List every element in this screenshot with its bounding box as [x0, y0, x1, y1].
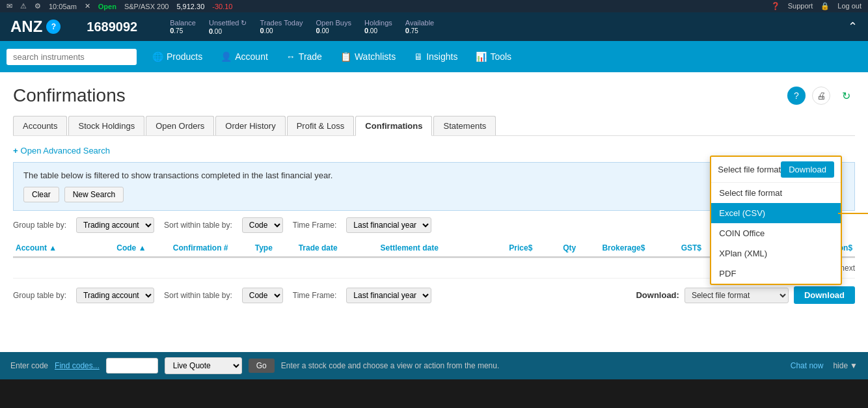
nav-tools[interactable]: 📊 Tools: [467, 41, 521, 72]
col-code[interactable]: Code ▲: [114, 243, 170, 252]
tab-statements[interactable]: Statements: [433, 116, 496, 135]
dropdown-item-xplan[interactable]: XPlan (XML): [711, 243, 841, 264]
lock-icon: 🔒: [821, 2, 830, 10]
support-link[interactable]: Support: [788, 2, 813, 10]
filter-area: The table below is filtered to show tran…: [13, 162, 855, 211]
advanced-search-row: + Open Advanced Search: [13, 146, 855, 156]
account-stats: Balance 0.75 Unsettled ↻ 0.00 Trades Tod…: [170, 19, 434, 35]
watchlist-icon: 📋: [340, 51, 351, 62]
sort-within-label-bottom: Sort within table by:: [164, 291, 232, 300]
group-select-top[interactable]: Trading account Code Date: [76, 217, 154, 233]
stat-unsettled: Unsettled ↻ 0.00: [209, 19, 247, 35]
person-icon: 👤: [221, 51, 232, 62]
group-select-bottom[interactable]: Trading account Code: [76, 288, 154, 303]
alert-icon[interactable]: ⚠: [20, 2, 27, 10]
logout-link[interactable]: Log out: [837, 2, 861, 10]
question-icon: ❓: [771, 2, 780, 10]
stat-available: Available 0.75: [405, 19, 434, 35]
index-change: -30.10: [212, 3, 232, 10]
globe-icon: 🌐: [152, 51, 163, 62]
col-brokerage[interactable]: Brokerage$: [578, 243, 647, 252]
col-gst[interactable]: GST$: [647, 243, 704, 252]
dropdown-download-button[interactable]: Download: [781, 161, 834, 178]
view-select[interactable]: Live Quote Delayed Quote Chart: [165, 357, 242, 374]
tab-accounts[interactable]: Accounts: [13, 116, 67, 135]
print-icon[interactable]: 🖨: [812, 87, 830, 105]
page-title: Confirmations: [13, 85, 126, 106]
col-price[interactable]: Price$: [479, 243, 536, 252]
go-button[interactable]: Go: [249, 359, 275, 373]
chat-now-link[interactable]: Chat now: [791, 361, 824, 370]
col-type[interactable]: Type: [252, 243, 296, 252]
dropdown-item-coin[interactable]: COIN Office: [711, 223, 841, 243]
search-input[interactable]: [7, 49, 137, 65]
col-settlement[interactable]: Settlement date: [377, 243, 478, 252]
bottom-bar: Enter code Find codes... Live Quote Dela…: [0, 352, 868, 379]
new-search-button[interactable]: New Search: [64, 187, 124, 202]
sort-select-top[interactable]: Code Date: [242, 217, 283, 233]
page-title-row: Confirmations ? 🖨 ↻: [13, 85, 855, 106]
tab-stock-holdings[interactable]: Stock Holdings: [68, 116, 144, 135]
plus-icon: +: [13, 146, 18, 156]
tab-profit-loss[interactable]: Profit & Loss: [287, 116, 355, 135]
timeframe-select-top[interactable]: Last financial year This financial year …: [346, 217, 431, 233]
sort-select-bottom[interactable]: Code Date: [242, 288, 283, 303]
tab-confirmations[interactable]: Confirmations: [355, 116, 432, 136]
trade-icon: ↔: [286, 51, 295, 62]
dropdown-item-select[interactable]: Select file format: [711, 183, 841, 203]
chevron-up-icon[interactable]: ⌃: [848, 20, 858, 33]
nav-watchlists[interactable]: 📋 Watchlists: [331, 41, 405, 72]
hide-link[interactable]: hide ▼: [833, 361, 858, 370]
nav-products[interactable]: 🌐 Products: [143, 41, 211, 72]
page-title-icons: ? 🖨 ↻: [787, 87, 855, 105]
settings-icon[interactable]: ⚙: [34, 2, 41, 10]
sort-within-label: Sort within table by:: [164, 221, 232, 230]
timeframe-label: Time Frame:: [293, 221, 337, 230]
insights-icon: 🖥: [414, 51, 423, 62]
mail-icon[interactable]: ✉: [7, 2, 12, 10]
bottom-right: Chat now hide ▼: [791, 361, 858, 370]
logo-icon: ?: [46, 20, 61, 34]
col-trade-date[interactable]: Trade date: [296, 243, 378, 252]
nav-insights[interactable]: 🖥 Insights: [405, 41, 467, 72]
dropdown-item-pdf[interactable]: PDF: [711, 264, 841, 284]
download-button-bottom[interactable]: Download: [794, 286, 855, 304]
group-table-label-bottom: Group table by:: [13, 291, 66, 300]
logo: ANZ ?: [10, 18, 61, 36]
help-icon[interactable]: ?: [787, 87, 806, 105]
refresh-icon[interactable]: ↻: [837, 87, 855, 105]
account-number: 1689092: [87, 20, 137, 34]
tab-open-orders[interactable]: Open Orders: [146, 116, 214, 135]
timeframe-select-bottom[interactable]: Last financial year This financial year …: [346, 288, 431, 303]
logo-text: ANZ: [10, 18, 42, 36]
asx-icon: ✕: [85, 2, 90, 10]
filter-message: The table below is filtered to show tran…: [23, 170, 332, 180]
dropdown-header-text: Select file format: [718, 165, 781, 174]
stat-balance: Balance 0.75: [170, 19, 196, 35]
main-content: Confirmations ? 🖨 ↻ Accounts Stock Holdi…: [0, 72, 868, 352]
find-codes-link[interactable]: Find codes...: [55, 361, 100, 370]
dropdown-item-excel[interactable]: Excel (CSV)10: [711, 203, 841, 223]
navbar: 🌐 Products 👤 Account ↔ Trade 📋 Watchlist…: [0, 41, 868, 72]
advanced-search-link[interactable]: + Open Advanced Search: [13, 146, 110, 156]
nav-account[interactable]: 👤 Account: [211, 41, 277, 72]
stock-code-input[interactable]: [106, 358, 158, 374]
col-account[interactable]: Account ▲: [13, 243, 114, 252]
col-qty[interactable]: Qty: [535, 243, 578, 252]
select-format-bottom[interactable]: Select file format Excel (CSV) COIN Offi…: [685, 288, 789, 303]
nav-trade[interactable]: ↔ Trade: [277, 41, 331, 72]
index-value: 5,912.30: [176, 3, 204, 10]
tabs: Accounts Stock Holdings Open Orders Orde…: [13, 116, 855, 136]
header: ANZ ? 1689092 Balance 0.75 Unsettled ↻ 0…: [0, 12, 868, 41]
stat-trades-today: Trades Today 0.00: [260, 19, 303, 35]
tab-order-history[interactable]: Order History: [215, 116, 285, 135]
col-confirmation[interactable]: Confirmation #: [170, 243, 252, 252]
clear-button[interactable]: Clear: [23, 187, 59, 202]
download-area-bottom: Download: Select file format Excel (CSV)…: [636, 286, 855, 304]
index-label: S&P/ASX 200: [124, 3, 169, 10]
file-format-dropdown[interactable]: Select file format Download Select file …: [710, 156, 842, 285]
timeframe-label-bottom: Time Frame:: [293, 291, 337, 300]
chevron-down-icon: ▼: [850, 361, 858, 370]
stat-open-buys: Open Buys 0.00: [316, 19, 351, 35]
status-time: 10:05am: [49, 3, 77, 10]
